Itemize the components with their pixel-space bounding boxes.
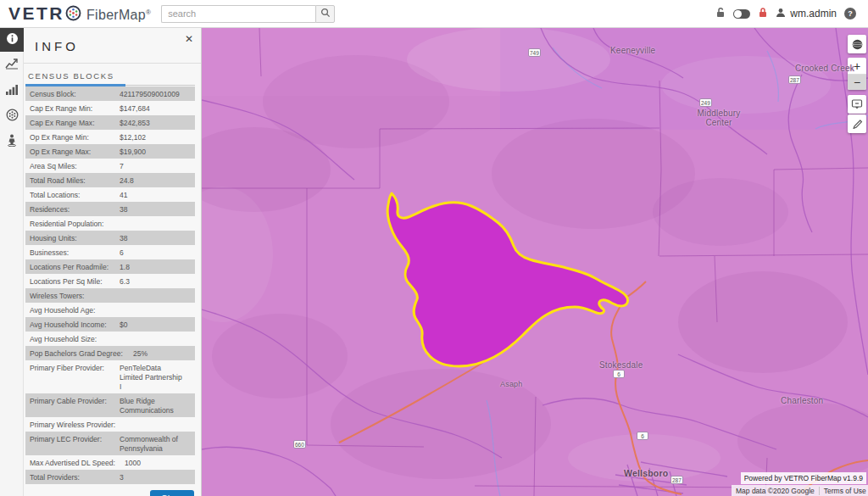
row-label: Primary Cable Provider: [30,396,110,415]
edit-mode-toggle[interactable] [733,9,750,19]
row-value: Commonwealth of Pennsylvania [120,434,185,453]
row-value: 7 [120,161,185,170]
terms-of-use-link[interactable]: Terms of Use [819,487,868,495]
active-tab-indicator [25,84,125,86]
row-label: Avg Household Size: [30,334,110,343]
info-row: Op Ex Range Min:$12,102 [25,130,195,144]
panel-footer: Clear [24,484,201,496]
help-icon[interactable]: ? [844,8,856,20]
info-row: Area Sq Miles:7 [25,159,195,173]
row-value: 3 [120,472,185,482]
top-bar: VETR FiberMap® [0,0,868,28]
row-label: Residences: [30,204,110,214]
row-label: Total Road Miles: [30,176,110,185]
row-label: Total Providers: [30,472,110,482]
fiber-cross-section-icon [65,5,81,25]
info-panel: INFO ✕ CENSUS BLOCKS Census Block:421179… [24,28,202,496]
info-row: Primary Wireless Provider: [25,417,195,432]
row-value: PenTeleData Limited Partnership I [120,363,185,391]
logo-vetro-text: VETR [8,3,64,24]
lock-icon[interactable] [758,6,768,21]
info-row: Avg Household Size: [25,332,195,346]
row-value: 38 [120,204,185,214]
info-row: Total Road Miles:24.8 [25,173,195,187]
close-icon[interactable]: ✕ [185,35,193,43]
info-row: Avg Household Income:$0 [25,317,195,332]
info-row: Locations Per Sq Mile:6.3 [25,274,195,288]
label-toggle-control[interactable] [848,95,866,114]
logo-fibermap-text: FiberMap® [86,8,151,23]
row-label: Businesses: [30,248,110,257]
row-label: Primary Wireless Provider: [30,420,115,429]
row-value [120,305,185,315]
info-row: Cap Ex Range Min:$147,684 [25,101,195,115]
powered-by-label: Powered by VETRO FiberMap v1.9.9 [741,472,866,484]
info-row: Pop Bachelors Grad Degree:25% [25,346,195,360]
sidebar-item-stats[interactable] [0,79,24,103]
route-shield: 287 [788,75,801,84]
sidebar-item-analytics[interactable] [0,53,24,77]
registered-mark: ® [146,8,151,16]
map-place-label: Stokesdale [599,360,643,370]
sidebar-item-info[interactable] [0,28,24,52]
row-label: Op Ex Range Max: [30,147,110,156]
route-shield: 249 [699,98,712,107]
bar-chart-icon [6,83,18,98]
search-input[interactable] [161,5,315,23]
map-place-label: Wellsboro [624,468,668,478]
fiber-network-icon [6,109,19,125]
zoom-out-button[interactable]: − [848,74,866,90]
toggle-knob [734,10,742,18]
row-label: Avg Household Income: [30,320,110,329]
layers-icon [848,35,866,53]
unlock-icon[interactable] [715,6,726,21]
section-header: CENSUS BLOCKS [25,64,195,86]
row-value: $19,900 [120,147,185,156]
row-label: Pop Bachelors Grad Degree: [30,348,123,358]
info-row: Cap Ex Range Max:$242,853 [25,115,195,130]
row-label: Cap Ex Range Min: [30,103,110,113]
search-box [161,5,335,23]
user-icon [776,6,786,21]
app-logo: VETR FiberMap® [8,3,151,24]
search-button[interactable] [315,5,335,23]
row-label: Max Advertised DL Speed: [30,458,115,467]
info-row: Businesses:6 [25,245,195,259]
map[interactable]: + − Powered by VETRO FiberMap v1.9.9 Map… [202,28,868,496]
row-value: 1.8 [120,262,185,271]
info-row: Op Ex Range Max:$19,900 [25,144,195,159]
row-value [120,334,185,343]
row-value: 25% [133,348,186,358]
route-shield: 287 [670,476,683,484]
row-label: Primary Fiber Provider: [30,363,110,391]
info-row: Primary Cable Provider:Blue Ridge Commun… [25,393,195,417]
user-menu[interactable]: wm.admin [776,6,837,21]
street-view-icon [7,134,17,150]
sidebar-item-fiber[interactable] [0,104,24,128]
info-row: Census Block:421179509001009 [25,86,195,101]
clear-button[interactable]: Clear [150,490,194,496]
info-rows: Census Block:421179509001009Cap Ex Range… [25,86,195,484]
map-place-label: Charleston [781,396,823,405]
row-value: 38 [120,233,185,242]
sidebar-item-streetview[interactable] [0,130,24,153]
map-data-label: Map data ©2020 Google [732,487,819,495]
map-place-label: Crooked Creek [795,64,854,73]
map-place-label: Middlebury Center [694,109,743,127]
row-label: Avg Household Age: [30,305,110,315]
row-value: 6.3 [120,276,185,286]
info-row: Housing Units:38 [25,231,195,245]
tool-rail [0,28,24,496]
row-value: 24.8 [120,176,185,185]
draw-control[interactable] [848,114,866,133]
info-row: Residences:38 [25,202,195,216]
route-shield: 660 [293,440,306,449]
row-value: $12,102 [120,132,185,142]
row-label: Area Sq Miles: [30,161,110,170]
topbar-right-cluster: wm.admin ? [715,6,856,21]
row-value: Blue Ridge Communications [120,396,185,415]
zoom-control: + − [848,58,866,90]
basemap-control[interactable] [848,35,866,53]
map-place-label: Asaph [500,380,523,388]
route-shield: 6 [637,432,648,440]
